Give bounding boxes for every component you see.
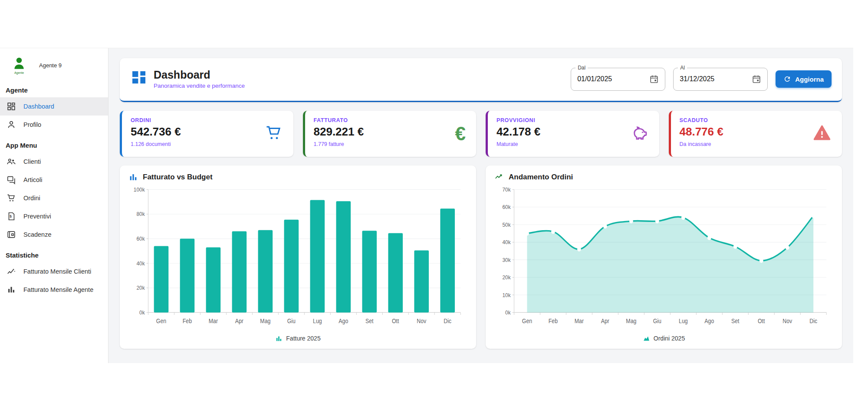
svg-text:10k: 10k <box>502 291 511 298</box>
app-window: Agente Agente 9 Agente Dashboard Profilo… <box>0 48 853 363</box>
kpi-value: 42.178 € <box>496 125 651 139</box>
svg-text:Ott: Ott <box>758 318 765 325</box>
chart-legend[interactable]: Ordini 2025 <box>494 333 833 344</box>
legend-label: Fatture 2025 <box>286 335 320 342</box>
sidebar: Agente Agente 9 Agente Dashboard Profilo… <box>0 48 108 363</box>
sidebar-heading-app-menu: App Menu <box>0 134 108 152</box>
bar-chart-canvas: 0k20k40k60k80k100kGenFebMarAprMagGiuLugA… <box>128 185 467 333</box>
svg-text:Mar: Mar <box>575 318 584 325</box>
svg-text:20k: 20k <box>136 284 145 291</box>
sidebar-item-label: Clienti <box>23 158 41 165</box>
avatar-caption: Agente <box>14 71 24 74</box>
svg-text:Giu: Giu <box>653 318 661 325</box>
svg-text:Gen: Gen <box>156 318 166 325</box>
sidebar-item-label: Fatturato Mensile Agente <box>23 286 93 293</box>
page-title: Dashboard <box>154 69 245 81</box>
sidebar-item-label: Ordini <box>23 195 40 202</box>
svg-text:60k: 60k <box>502 204 511 211</box>
insights-line-icon <box>7 267 16 276</box>
sidebar-item-ordini[interactable]: Ordini <box>0 189 108 207</box>
kpi-card-scaduto: SCADUTO 48.776 € Da incassare <box>669 111 842 157</box>
svg-text:30k: 30k <box>502 256 511 263</box>
sidebar-item-label: Fatturato Mensile Clienti <box>23 268 91 275</box>
sidebar-item-scadenze[interactable]: Scadenze <box>0 225 108 244</box>
euro-icon: € <box>455 124 466 143</box>
date-from-label: Dal <box>575 65 588 71</box>
kpi-label: FATTURATO <box>314 117 468 123</box>
kpi-sublabel: Maturate <box>496 141 651 147</box>
page-header-controls: Dal 01/01/2025 Al 31/12/2025 <box>571 68 832 91</box>
sidebar-item-preventivi[interactable]: $ Preventivi <box>0 207 108 225</box>
svg-text:Mar: Mar <box>209 318 218 325</box>
kpi-card-fatturato: FATTURATO 829.221 € 1.779 fatture € <box>303 111 477 157</box>
chart-title-row: Andamento Ordini <box>494 172 833 182</box>
svg-text:60k: 60k <box>136 235 145 242</box>
date-to-field[interactable]: Al 31/12/2025 <box>673 68 768 91</box>
dashboard-grid-icon <box>130 69 148 86</box>
user-row: Agente Agente 9 <box>0 54 108 79</box>
svg-text:Giu: Giu <box>287 318 296 325</box>
page-subtitle: Panoramica vendite e performance <box>154 83 245 89</box>
chart-card-andamento-ordini: Andamento Ordini 0k10k20k30k40k50k60k70k… <box>486 165 842 349</box>
refresh-icon <box>783 75 791 83</box>
chart-title: Fatturato vs Budget <box>143 173 213 182</box>
trending-up-icon <box>494 172 504 182</box>
svg-text:Mag: Mag <box>626 318 636 325</box>
cart-icon <box>265 124 283 144</box>
sidebar-item-articoli[interactable]: Articoli <box>0 171 108 189</box>
wallet-icon <box>7 230 16 239</box>
svg-text:40k: 40k <box>136 260 145 267</box>
area-chart-canvas: 0k10k20k30k40k50k60k70kGenFebMarAprMagGi… <box>494 185 833 333</box>
svg-text:Set: Set <box>731 318 740 325</box>
svg-text:40k: 40k <box>502 238 511 245</box>
kpi-label: ORDINI <box>131 117 285 123</box>
sidebar-item-profilo[interactable]: Profilo <box>0 116 108 134</box>
svg-text:$: $ <box>10 215 12 218</box>
page-header-left: Dashboard Panoramica vendite e performan… <box>130 69 245 89</box>
calendar-icon[interactable] <box>752 74 761 84</box>
svg-text:Set: Set <box>365 318 374 325</box>
svg-text:Apr: Apr <box>235 318 244 325</box>
sidebar-heading-agente: Agente <box>0 79 108 97</box>
svg-text:50k: 50k <box>502 221 511 228</box>
bar-chart-icon <box>7 285 16 294</box>
svg-text:Nov: Nov <box>417 318 426 325</box>
svg-text:80k: 80k <box>136 211 145 218</box>
svg-text:Gen: Gen <box>522 318 532 325</box>
svg-text:70k: 70k <box>502 186 511 193</box>
dashboard-icon <box>7 102 16 111</box>
sidebar-item-label: Articoli <box>23 176 43 183</box>
agent-avatar-icon <box>12 56 26 71</box>
svg-text:20k: 20k <box>502 274 511 281</box>
sidebar-item-fatturato-mensile-agente[interactable]: Fatturato Mensile Agente <box>0 281 108 299</box>
svg-text:Feb: Feb <box>183 318 192 325</box>
page-header-card: Dashboard Panoramica vendite e performan… <box>120 58 842 102</box>
sidebar-item-fatturato-mensile-clienti[interactable]: Fatturato Mensile Clienti <box>0 262 108 281</box>
svg-text:Dic: Dic <box>809 318 817 325</box>
bar-chart-blue-icon <box>128 172 138 182</box>
refresh-button[interactable]: Aggiorna <box>776 70 832 88</box>
calendar-icon[interactable] <box>649 74 659 84</box>
charts-row: Fatturato vs Budget 0k20k40k60k80k100kGe… <box>120 165 842 349</box>
date-from-field[interactable]: Dal 01/01/2025 <box>571 68 665 91</box>
chart-legend[interactable]: Fatture 2025 <box>128 333 467 344</box>
svg-text:Nov: Nov <box>783 318 792 325</box>
kpi-label: PROVVIGIONI <box>496 117 651 123</box>
kpi-sublabel: 1.779 fatture <box>314 141 468 147</box>
svg-text:Lug: Lug <box>679 318 688 325</box>
svg-text:Feb: Feb <box>549 318 558 325</box>
kpi-value: 48.776 € <box>680 125 834 139</box>
kpi-sublabel: 1.126 documenti <box>131 141 285 147</box>
date-from-value: 01/01/2025 <box>577 75 612 83</box>
articles-icon <box>7 175 16 185</box>
kpi-card-ordini: ORDINI 542.736 € 1.126 documenti <box>120 111 293 157</box>
date-to-value: 31/12/2025 <box>680 75 714 83</box>
sidebar-heading-statistiche: Statistiche <box>0 244 108 262</box>
svg-text:Ott: Ott <box>392 318 399 325</box>
sidebar-item-label: Scadenze <box>23 231 52 238</box>
kpi-value: 829.221 € <box>314 125 468 139</box>
sidebar-item-clienti[interactable]: Clienti <box>0 152 108 171</box>
sidebar-item-dashboard[interactable]: Dashboard <box>0 97 108 116</box>
kpi-card-provvigioni: PROVVIGIONI 42.178 € Maturate <box>486 111 659 157</box>
legend-bar-icon <box>275 335 283 342</box>
